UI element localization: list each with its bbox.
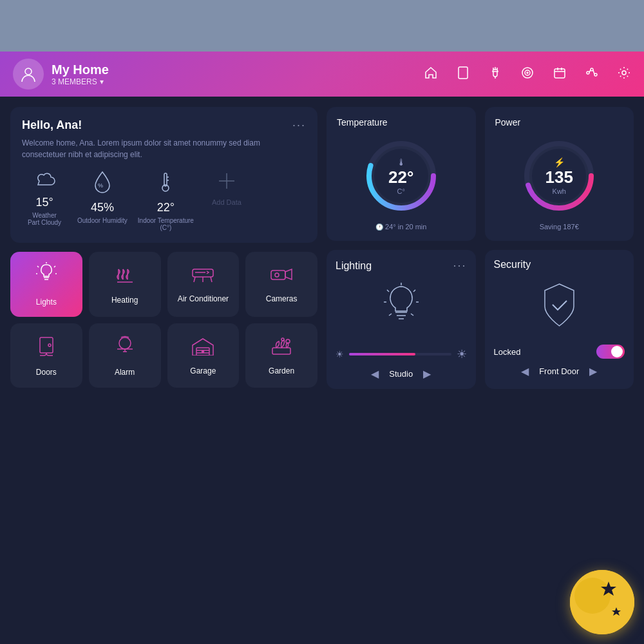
lighting-bulb-icon — [336, 280, 467, 341]
doors-label: Doors — [36, 368, 57, 377]
security-shield-icon — [494, 281, 625, 338]
device-card-doors[interactable]: Doors — [10, 323, 82, 388]
svg-line-65 — [387, 290, 389, 292]
main-content: Hello, Ana! ··· Welcome home, Ana. Lorem… — [0, 97, 644, 644]
left-column: Hello, Ana! ··· Welcome home, Ana. Lorem… — [10, 107, 317, 507]
device-card-heating[interactable]: Heating — [89, 252, 161, 317]
device-card-lights[interactable]: Lights — [10, 252, 82, 317]
temperature-gauge: 🌡 22° C° — [359, 134, 443, 218]
temp-forecast: 🕐 24° in 20 min — [375, 223, 426, 231]
power-card: Power — [485, 107, 634, 241]
home-title: My Home — [52, 62, 109, 77]
temperature-title: Temperature — [337, 117, 388, 128]
brightness-low-icon: ☀ — [336, 349, 344, 359]
settings-nav-icon[interactable] — [617, 66, 631, 83]
doors-icon — [37, 335, 55, 361]
welcome-message: Welcome home, Ana. Lorem ipsum dolor sit… — [22, 137, 306, 160]
temp-unit: C° — [388, 187, 413, 195]
tablet-nav-icon[interactable] — [456, 66, 470, 83]
add-data-widget[interactable]: Add Data — [204, 171, 249, 206]
home-info: My Home 3 MEMBERS ▾ — [52, 62, 109, 86]
svg-line-35 — [194, 277, 195, 282]
brightness-track[interactable] — [349, 353, 451, 355]
door-next-button[interactable]: ▶ — [589, 365, 597, 377]
alarm-label: Alarm — [115, 368, 135, 377]
header-left: My Home 3 MEMBERS ▾ — [13, 59, 109, 90]
heating-icon — [115, 264, 135, 289]
alarm-icon — [115, 335, 135, 361]
lighting-more-button[interactable]: ··· — [453, 259, 466, 272]
app-frame: My Home 3 MEMBERS ▾ — [0, 0, 644, 644]
lighting-panel: Lighting ··· — [327, 250, 476, 389]
right-panels: Lighting ··· — [327, 250, 634, 389]
lights-icon — [36, 262, 57, 291]
garden-icon — [270, 336, 293, 360]
svg-marker-40 — [285, 269, 292, 279]
svg-rect-50 — [272, 348, 290, 354]
moon-circle — [570, 570, 634, 634]
plug-nav-icon[interactable] — [488, 66, 502, 83]
svg-rect-1 — [459, 67, 468, 79]
svg-point-49 — [202, 350, 204, 352]
svg-point-72 — [574, 578, 611, 614]
svg-rect-6 — [554, 69, 565, 78]
lighting-header: Lighting ··· — [336, 259, 467, 272]
svg-rect-34 — [193, 269, 213, 277]
garage-label: Garage — [190, 366, 216, 375]
room-next-button[interactable]: ▶ — [423, 368, 431, 380]
brightness-fill — [349, 353, 415, 355]
garden-label: Garden — [269, 366, 294, 375]
ac-icon — [191, 265, 214, 288]
room-name: Studio — [389, 369, 413, 379]
room-nav: ◀ Studio ▶ — [336, 368, 467, 380]
more-options-button[interactable]: ··· — [292, 118, 306, 132]
lighting-title: Lighting — [336, 260, 372, 272]
add-data-label: Add Data — [212, 198, 242, 206]
humidity-value: 45% — [91, 201, 114, 214]
device-card-cameras[interactable]: Cameras — [245, 252, 317, 317]
heating-label: Heating — [111, 296, 138, 305]
lock-toggle[interactable] — [596, 345, 625, 359]
temperature-value: 15° — [35, 196, 53, 209]
door-nav: ◀ Front Door ▶ — [494, 365, 625, 377]
graph-nav-icon[interactable] — [585, 66, 599, 83]
security-panel: Security Locked — [485, 250, 634, 389]
device-card-alarm[interactable]: Alarm — [89, 323, 161, 388]
humidity-icon: % — [93, 171, 111, 198]
svg-point-43 — [48, 344, 51, 346]
header-nav — [424, 66, 631, 83]
indoor-temp-value: 22° — [157, 201, 175, 214]
chevron-down-icon[interactable]: ▾ — [100, 77, 104, 86]
welcome-header: Hello, Ana! ··· — [22, 118, 306, 132]
door-prev-button[interactable]: ◀ — [521, 365, 529, 377]
power-value-display: ⚡ 135 Kwh — [545, 157, 573, 195]
svg-line-70 — [411, 314, 413, 316]
indoor-temp-label: Indoor Temperature(C°) — [138, 217, 194, 231]
ac-label: Air Conditioner — [178, 294, 229, 303]
power-title: Power — [495, 117, 521, 128]
weather-temperature-widget: 15° WeatherPart Cloudy — [22, 171, 67, 226]
home-nav-icon[interactable] — [424, 66, 438, 83]
room-prev-button[interactable]: ◀ — [371, 368, 379, 380]
svg-rect-39 — [271, 270, 285, 279]
svg-point-15 — [622, 71, 626, 75]
svg-point-0 — [25, 68, 32, 75]
plus-icon — [216, 171, 237, 196]
weather-widgets: 15° WeatherPart Cloudy % 45% Outdoor Hum… — [22, 171, 306, 231]
device-card-garage[interactable]: Garage — [167, 323, 240, 388]
moon-icon[interactable] — [570, 570, 634, 634]
clock-icon: 🕐 — [375, 223, 383, 231]
svg-line-66 — [413, 290, 415, 292]
device-card-ac[interactable]: Air Conditioner — [167, 252, 240, 317]
svg-point-52 — [281, 338, 284, 341]
avatar[interactable] — [13, 59, 44, 90]
brightness-slider: ☀ ☀ — [336, 347, 467, 361]
weather-label: WeatherPart Cloudy — [28, 212, 61, 226]
temp-reading: 22° — [388, 167, 413, 187]
svg-point-5 — [527, 72, 528, 73]
cameras-icon — [270, 265, 293, 288]
target-nav-icon[interactable] — [520, 66, 535, 83]
calendar-nav-icon[interactable] — [553, 66, 567, 83]
device-card-garden[interactable]: Garden — [245, 323, 317, 388]
power-gauge: ⚡ 135 Kwh — [517, 134, 601, 218]
